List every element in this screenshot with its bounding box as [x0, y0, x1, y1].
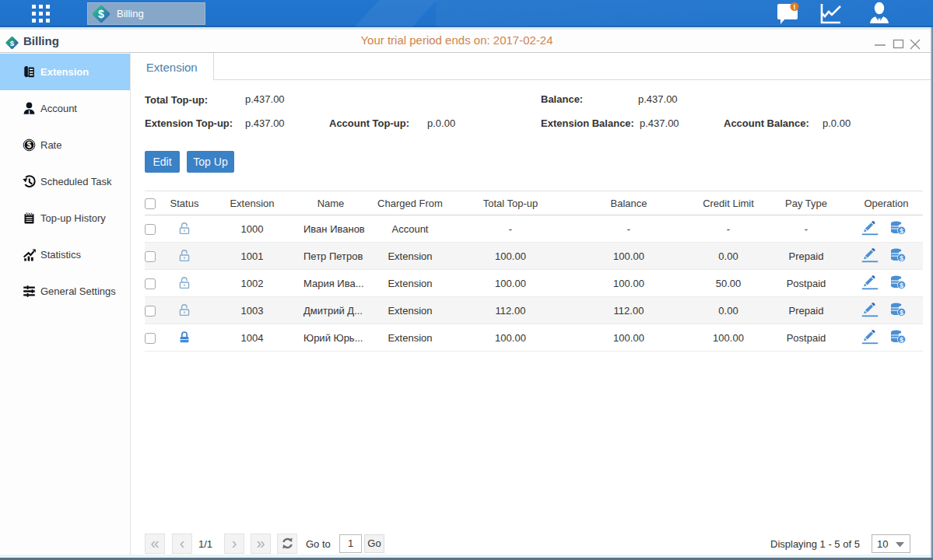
svg-text:$: $ [900, 254, 903, 261]
svg-text:$: $ [98, 8, 104, 20]
svg-text:$: $ [900, 335, 903, 343]
svg-text:$: $ [900, 308, 903, 316]
svg-text:$: $ [27, 140, 32, 149]
svg-text:!: ! [794, 3, 796, 11]
svg-text:$: $ [900, 226, 903, 234]
svg-text:$: $ [900, 281, 903, 289]
